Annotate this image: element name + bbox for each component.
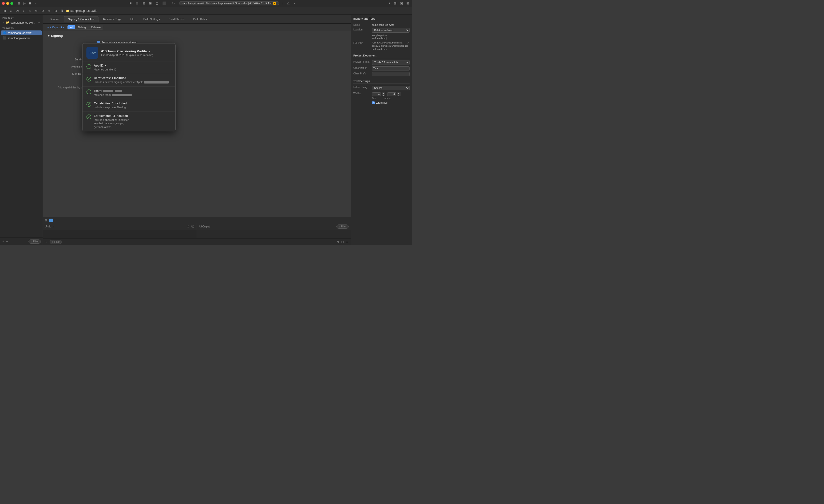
- left-view-btn2[interactable]: ⓘ: [191, 224, 195, 229]
- popover-item-1-content: Certificates: 1 Included Includes newest…: [94, 76, 169, 84]
- add-item-button[interactable]: +: [2, 239, 5, 244]
- toolbar2-grid-btn[interactable]: ⊞: [2, 8, 7, 13]
- rp-fullpath-label: Full Path: [353, 41, 371, 44]
- rp-fullpath-text: /Users/ALundy/Documents/test-apps/AC-Sam…: [372, 41, 410, 51]
- popover-item-4-content: Entitlements: 4 Included Includes applic…: [94, 114, 129, 129]
- indent-decrement-btn[interactable]: ▼: [397, 94, 400, 96]
- toolbar2-sort-btn[interactable]: ⇅: [60, 8, 65, 13]
- code-button[interactable]: 〈〉: [169, 1, 178, 6]
- close-button[interactable]: [2, 2, 5, 5]
- rp-name-label: Name: [353, 23, 371, 26]
- split-view-button[interactable]: ⊟: [393, 1, 398, 6]
- assistant-button[interactable]: ⊠: [148, 1, 153, 6]
- toolbar2-error-btn[interactable]: ⊗: [34, 8, 39, 13]
- library-button[interactable]: ☰: [134, 1, 139, 6]
- breadcrumb-project[interactable]: sampleapp-ios-swift: [71, 9, 97, 12]
- toolbar2-warning-btn[interactable]: ⚠: [27, 8, 33, 13]
- rp-blank-label: [353, 34, 371, 34]
- tab-signing[interactable]: Signing & Capabilities: [64, 16, 98, 22]
- view-toggle-btn1[interactable]: ⊟: [341, 240, 344, 244]
- indent-stepper-input[interactable]: [387, 92, 396, 96]
- rp-name-row: Name sampleapp-ios-swift: [353, 23, 410, 26]
- panel-layout-button[interactable]: ▣: [399, 1, 404, 6]
- status-filter[interactable]: ⌕ Filter: [49, 240, 62, 244]
- tab-build-rules[interactable]: Build Rules: [189, 16, 211, 22]
- tab-label: Tab: [372, 97, 376, 100]
- seg-release[interactable]: Release: [88, 25, 103, 29]
- tab-general[interactable]: General: [45, 16, 63, 22]
- popover-item-1: ✓ Certificates: 1 Included Includes newe…: [83, 74, 175, 87]
- fullscreen-button[interactable]: [10, 2, 13, 5]
- inspector-button[interactable]: ⊞: [405, 1, 410, 6]
- nav-back-button[interactable]: ‹: [281, 1, 284, 6]
- hierarchy-button[interactable]: ⊟: [141, 1, 146, 6]
- tab-stepper-input[interactable]: [372, 92, 381, 96]
- sidebar-item-target2[interactable]: ⬛ sampleapp-ios-swi...: [1, 35, 42, 40]
- team-blurred3: [112, 94, 132, 96]
- sidebar-item-target1[interactable]: 🔵 sampleapp-ios-swift: [1, 30, 42, 35]
- tab-build-settings[interactable]: Build Settings: [139, 16, 164, 22]
- minimize-button[interactable]: [6, 2, 9, 5]
- rp-format-select: Xcode 3.2-compatible: [372, 60, 410, 65]
- filter-label: Filter: [33, 240, 38, 243]
- toolbar2-misc-btn[interactable]: ⊙: [40, 8, 45, 13]
- nav-forward-button[interactable]: ›: [293, 1, 296, 6]
- navigator-button[interactable]: ◻: [155, 1, 160, 6]
- remove-item-button[interactable]: −: [6, 239, 8, 244]
- left-panel-toolbar: Auto ↕ ⊙ ⓘ: [43, 223, 197, 230]
- stop-button[interactable]: ⏹: [28, 1, 33, 6]
- auto-label-btn[interactable]: Auto ↕: [45, 224, 54, 229]
- rp-location-row: Location Relative to Group: [353, 28, 410, 33]
- tab-resource-tags[interactable]: Resource Tags: [99, 16, 125, 22]
- nav-warning-button[interactable]: ⚠: [286, 1, 291, 6]
- sidebar-item-project[interactable]: ▸ 📁 sampleapp-ios-swift M: [1, 20, 42, 25]
- seg-all[interactable]: All: [68, 25, 75, 29]
- rp-indent-using-dropdown[interactable]: Spaces: [372, 86, 410, 90]
- identity-section-title: Identity and Type: [353, 17, 410, 21]
- popover-item-2-desc: Matches team: [94, 93, 132, 97]
- tab-decrement-btn[interactable]: ▼: [382, 94, 385, 96]
- popover-item-2: ✓ Team: Matches team: [83, 87, 175, 99]
- map-button[interactable]: ⬛: [161, 1, 167, 6]
- trash-button[interactable]: 🗑: [336, 240, 340, 244]
- status-add-button[interactable]: +: [45, 240, 47, 244]
- run-button[interactable]: ▶: [22, 1, 27, 6]
- structure-button[interactable]: ⊞: [128, 1, 132, 5]
- plus-icon: +: [47, 26, 49, 29]
- rp-class-prefix-input[interactable]: [372, 72, 410, 76]
- toolbar2-branch-btn[interactable]: ⎇: [14, 8, 20, 13]
- popover-subtitle: Created Apr 8, 2020 (Expires in 11 month…: [101, 54, 153, 57]
- seg-debug[interactable]: Debug: [75, 25, 88, 29]
- sidebar: PROJECT ▸ 📁 sampleapp-ios-swift M TARGET…: [0, 15, 43, 245]
- segment-control: All Debug Release: [67, 25, 103, 29]
- rp-location-dropdown[interactable]: Relative to Group: [372, 28, 410, 33]
- status-bar-left: +: [45, 240, 47, 244]
- rp-class-prefix-label: Class Prefix: [353, 72, 371, 75]
- rp-org-input[interactable]: [372, 66, 410, 71]
- left-view-btn1[interactable]: ⊙: [186, 224, 190, 229]
- view-toggle-btn2[interactable]: ⊞: [345, 240, 349, 244]
- check-icon-1: ✓: [86, 77, 91, 82]
- wrap-lines-checkbox[interactable]: ✓: [372, 101, 375, 104]
- toolbar2-group-btn[interactable]: ⊡: [53, 8, 59, 13]
- prov-icon-text: PROV: [89, 52, 96, 54]
- tab-build-phases[interactable]: Build Phases: [165, 16, 189, 22]
- sidebar-target2-name: sampleapp-ios-swi...: [8, 36, 32, 39]
- sidebar-toggle-button[interactable]: ⊟: [17, 1, 21, 6]
- popover-item-1-title: Certificates: 1 Included: [94, 76, 169, 80]
- fullpath-reveal-btn[interactable]: ↗: [407, 41, 410, 45]
- output-filter[interactable]: ⌕ Filter: [336, 224, 349, 229]
- add-tab-button[interactable]: +: [388, 1, 391, 6]
- add-capability-button[interactable]: + + Capability: [46, 25, 65, 29]
- sidebar-filter[interactable]: ⌕ Filter: [28, 239, 41, 244]
- toolbar2-list-btn[interactable]: ≡: [8, 8, 13, 13]
- tab-info[interactable]: Info: [126, 16, 138, 22]
- console-toggle-icon[interactable]: ⊟: [44, 218, 48, 222]
- toolbar2-search-btn[interactable]: ⌕: [21, 8, 26, 13]
- toolbar2-bookmark-btn[interactable]: ☆: [46, 8, 52, 13]
- status-bar: + ⌕ Filter 🗑 ⊟ ⊞: [43, 238, 350, 245]
- scheme-selector[interactable]: ▫: [34, 1, 36, 6]
- breadcrumb-folder-icon: 📁: [66, 9, 70, 12]
- build-status-text: sampleapp-ios-swift | Build sampleapp-io…: [182, 2, 271, 5]
- rp-format-dropdown[interactable]: Xcode 3.2-compatible: [372, 60, 410, 65]
